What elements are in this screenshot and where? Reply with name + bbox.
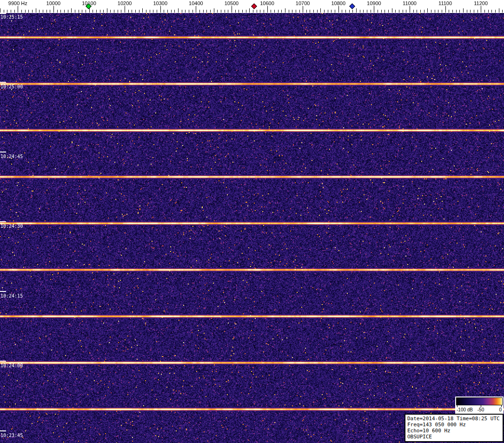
frequency-ruler: 9900 Hz100001010010200103001040010500106… [0, 0, 504, 13]
time-tick-102415 [0, 291, 6, 292]
time-label-102430: 10:24:30 [0, 224, 23, 229]
time-tick-102345 [0, 430, 6, 431]
legend-min-label: -100 dB [457, 407, 473, 413]
spectrogram-canvas [0, 13, 504, 443]
freq-tick-label-10400: 10400 [189, 0, 203, 6]
freq-tick-label-10900: 10900 [367, 0, 381, 6]
spectrogram-screen: 9900 Hz100001010010200103001040010500106… [0, 0, 504, 443]
observation-info-box: Date=2014-05-18 Time=08:25 UTC Freq=143 … [405, 414, 504, 442]
freq-tick-label-10200: 10200 [118, 0, 132, 6]
freq-tick-label-11200: 11200 [474, 0, 488, 6]
time-tick-102400 [0, 361, 6, 362]
time-label-102445: 10:24:45 [0, 154, 23, 159]
time-label-102500: 10:25:00 [0, 84, 23, 90]
legend-labels: -100 dB -50 0 [456, 407, 503, 413]
freq-tick-label-10500: 10500 [225, 0, 239, 6]
freq-tick-label-10000: 10000 [46, 0, 61, 6]
info-station: OBSUPICE [407, 434, 501, 440]
time-tick-102515 [0, 13, 6, 14]
time-tick-102500 [0, 82, 6, 83]
time-label-102415: 10:24:15 [0, 293, 23, 299]
freq-tick-label-9900: 9900 Hz [8, 0, 27, 6]
info-frequency: Freq=143 050 000 Hz [407, 422, 501, 428]
time-tick-102430 [0, 221, 6, 222]
info-echo: Echo=10 600 Hz [407, 428, 501, 434]
freq-tick-label-10600: 10600 [260, 0, 274, 6]
freq-tick-label-10300: 10300 [153, 0, 167, 6]
time-label-102400: 10:24:00 [0, 363, 23, 369]
time-label-102515: 10:25:15 [0, 14, 23, 20]
waterfall-display: 10:25:1510:25:0010:24:4510:24:3010:24:15… [0, 13, 504, 443]
freq-tick-label-11100: 11100 [438, 0, 452, 6]
time-tick-102445 [0, 152, 6, 152]
intensity-legend: -100 dB -50 0 [455, 397, 504, 414]
legend-max-label: 0 [499, 407, 502, 413]
info-date-time: Date=2014-05-18 Time=08:25 UTC [407, 416, 501, 422]
legend-mid-label: -50 [477, 407, 484, 413]
freq-tick-label-11000: 11000 [403, 0, 417, 6]
intensity-gradient-bar [456, 397, 503, 405]
time-label-102345: 10:23:45 [0, 433, 23, 438]
freq-tick-label-10700: 10700 [296, 0, 310, 6]
freq-tick-label-10800: 10800 [331, 0, 345, 6]
